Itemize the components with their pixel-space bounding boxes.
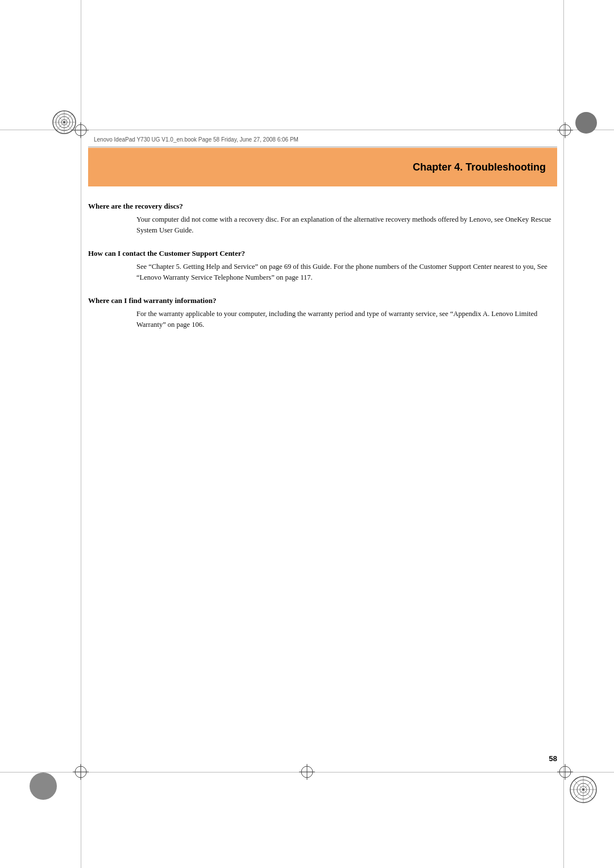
spiral-bottom-right [569,775,598,804]
section-recovery-discs: Where are the recovery discs? Your compu… [88,202,557,236]
header-meta-text: Lenovo IdeaPad Y730 UG V1.0_en.book Page… [94,136,298,143]
heading-customer-support: How can I contact the Customer Support C… [88,249,557,258]
answer-customer-support: See “Chapter 5. Getting Help and Service… [136,261,557,284]
page-number: 58 [549,754,557,763]
trim-line-top [0,130,614,130]
chapter-banner: Chapter 4. Troubleshooting [88,148,557,186]
chapter-title: Chapter 4. Troubleshooting [413,161,546,173]
crosshair-top-right [557,122,573,138]
heading-recovery-discs: Where are the recovery discs? [88,202,557,211]
answer-warranty-info: For the warranty applicable to your comp… [136,309,557,331]
header-rule [88,147,557,147]
heading-warranty-info: Where can I find warranty information? [88,296,557,305]
corner-circle-top-right [575,112,597,134]
answer-recovery-discs: Your computer did not come with a recove… [136,214,557,236]
crosshair-bottom-left [73,764,89,780]
crosshair-bottom-mid [299,764,315,780]
corner-circle-bottom-left [30,773,57,800]
section-customer-support: How can I contact the Customer Support C… [88,249,557,284]
section-warranty-info: Where can I find warranty information? F… [88,296,557,331]
content-area: Where are the recovery discs? Your compu… [88,202,557,343]
spiral-top-left [51,109,77,135]
